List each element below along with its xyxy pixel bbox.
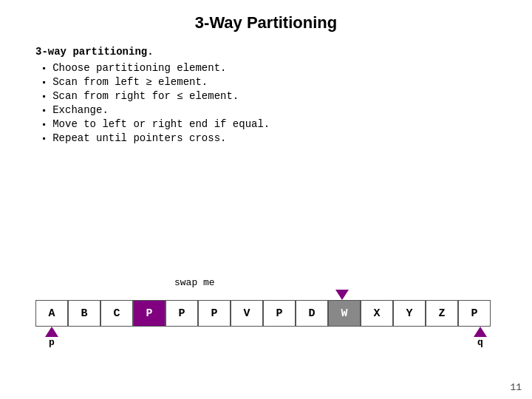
- section-heading: 3-way partitioning.: [35, 46, 497, 58]
- array-cell: P: [133, 300, 166, 327]
- swap-arrow-container: [187, 290, 497, 300]
- bullet-list: Choose partitioning element.Scan from le…: [41, 62, 497, 144]
- bullet-item: Repeat until pointers cross.: [41, 132, 497, 144]
- bullet-item: Choose partitioning element.: [41, 62, 497, 74]
- viz-area: swap me ABCPPPVPDWXYZP p q: [35, 277, 497, 355]
- swap-me-label: swap me: [174, 277, 497, 288]
- bullet-item: Scan from left ≥ element.: [41, 76, 497, 88]
- array-cell: C: [100, 300, 133, 327]
- array-cell: A: [35, 300, 68, 327]
- bullet-item: Exchange.: [41, 104, 497, 116]
- array-cell: B: [68, 300, 100, 327]
- array-cell: Z: [426, 300, 458, 327]
- p-pointer: p: [35, 327, 68, 348]
- array-cell: P: [166, 300, 198, 327]
- array-cell: P: [263, 300, 296, 327]
- content-area: 3-way partitioning. Choose partitioning …: [0, 46, 532, 144]
- array-cell: D: [296, 300, 328, 327]
- page-number: 11: [510, 382, 522, 393]
- array-cell: X: [361, 300, 393, 327]
- q-pointer: q: [464, 327, 497, 348]
- q-label: q: [477, 337, 483, 348]
- q-arrow-up: [474, 327, 487, 337]
- array-cell: Y: [393, 300, 426, 327]
- array-cell: V: [231, 300, 263, 327]
- swap-arrow-down: [335, 290, 349, 300]
- bullet-item: Move to left or right end if equal.: [41, 118, 497, 130]
- p-arrow-up: [45, 327, 58, 337]
- page-title: 3-Way Partitioning: [0, 0, 532, 46]
- array-cell: W: [328, 300, 361, 327]
- p-label: p: [49, 337, 55, 348]
- pointer-row: p q: [35, 327, 497, 355]
- array-cell: P: [198, 300, 231, 327]
- array-cell: P: [458, 300, 491, 327]
- bullet-item: Scan from right for ≤ element.: [41, 90, 497, 102]
- array-row: ABCPPPVPDWXYZP: [35, 300, 497, 327]
